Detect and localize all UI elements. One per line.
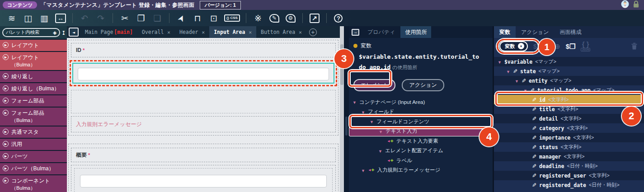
expand-arrow-icon[interactable] [379, 129, 383, 134]
close-tab-icon[interactable] [167, 29, 170, 35]
usage-tree-row[interactable]: フィールド [349, 107, 493, 117]
usage-tree-row[interactable]: フィールドコンテンツ [349, 117, 493, 127]
expand-arrow-icon[interactable] [370, 119, 374, 124]
page-tab[interactable]: Overall [137, 26, 175, 38]
paste-icon[interactable]: ❐ [135, 12, 147, 24]
refresh-burst-icon[interactable]: ※ [252, 12, 264, 24]
selected-element-outline[interactable] [70, 60, 337, 86]
expand-panel-icon[interactable]: → [352, 29, 359, 36]
trash-icon[interactable] [631, 42, 638, 50]
text-input-element-outline[interactable] [72, 63, 334, 84]
variables-panel-tab[interactable]: 画面構成 [554, 26, 587, 38]
layout-window-icon[interactable]: ◫ [22, 12, 34, 24]
state[interactable]: state <マップ> [494, 66, 644, 76]
lasso-select-icon[interactable]: ⊓ [192, 12, 203, 24]
id-text-input[interactable] [78, 68, 329, 80]
expand-arrow-icon[interactable] [361, 109, 365, 115]
usage-filter-button[interactable]: エレメント [353, 79, 395, 91]
variables-panel-tab[interactable]: アクション [516, 26, 554, 38]
collapse-all-icon[interactable]: ▾▴ [62, 31, 65, 35]
summary-text-input[interactable] [80, 175, 327, 187]
variables-panel-tab[interactable]: 変数 [494, 26, 516, 38]
registered_date[interactable]: registered_date <日付・時刻> [494, 180, 644, 190]
palette-item[interactable]: 共通マスタ [0, 126, 67, 138]
element-placeholder-area[interactable] [71, 90, 336, 113]
palette-item[interactable]: フォーム部品（Bulma） [0, 108, 67, 126]
display-preview-icon[interactable]: ⊡ [208, 12, 220, 24]
close-tab-icon[interactable] [299, 29, 302, 35]
expand-arrow-icon[interactable] [515, 78, 519, 84]
resize-width-icon[interactable]: ↔ [55, 12, 66, 24]
palette-item[interactable]: レイアウト（Bulma） [0, 52, 67, 70]
usage-tree-row[interactable]: ラベル [349, 156, 493, 166]
entity[interactable]: entity <マップ> [494, 76, 644, 85]
json-icon[interactable]: { } JSON [581, 41, 590, 52]
$variable[interactable]: $variable <マップ> [494, 57, 644, 66]
pencil-icon [513, 68, 517, 75]
expand-arrow-icon[interactable] [353, 99, 357, 105]
user-avatar[interactable] [621, 0, 629, 10]
open-external-icon[interactable]: ↗ [309, 12, 320, 24]
validation-error-area[interactable]: 入力規則エラーメッセージ [71, 116, 336, 132]
expand-arrow-icon[interactable] [361, 168, 365, 173]
css-icon[interactable]: {} CSS [224, 12, 240, 24]
cut-icon[interactable]: ✂ [119, 12, 131, 24]
usage-panel-tab[interactable]: 使用箇所 [400, 26, 431, 38]
palette-search-input[interactable]: パレット内検索 ◈ [2, 28, 60, 37]
palette-item[interactable]: レイアウト [0, 40, 67, 51]
palette-item[interactable]: コンポーネント（Bulma） [0, 175, 67, 192]
usage-tree-row[interactable]: テキスト入力 [349, 126, 489, 136]
expand-arrow-icon[interactable] [523, 88, 527, 93]
usage-panel-tab[interactable]: プロパティ [363, 26, 400, 38]
registered_user[interactable]: registered_user <文字列> [494, 171, 644, 180]
usage-tree-row[interactable]: コンテナページ (Input Area) [349, 98, 493, 108]
category[interactable]: category <文字列> [494, 123, 644, 133]
eraser-icon[interactable]: ◈ [53, 30, 56, 36]
page-tab[interactable]: Main Page[main] [80, 26, 137, 38]
deadline[interactable]: deadline <日付・時刻> [494, 161, 644, 171]
tutorial_todo_app[interactable]: tutorial_todo_app <マップ> [494, 85, 644, 95]
variable-type-dropdown[interactable]: 変数 [499, 41, 528, 52]
palette-item[interactable]: 汎用 [0, 139, 67, 150]
expand-arrow-icon[interactable] [506, 69, 510, 74]
title[interactable]: title <文字列> [494, 104, 644, 114]
close-tab-icon[interactable] [202, 29, 205, 35]
palette-item[interactable]: 繰り返し [0, 71, 67, 82]
comment-settings-icon[interactable]: ⚙ [285, 12, 296, 24]
page-tab[interactable]: Input Area [209, 26, 256, 38]
usage-tree-row[interactable]: 入力規則エラーメッセージ [349, 165, 493, 175]
summary-field-label[interactable]: 概要* [71, 148, 336, 162]
pencil-icon [532, 97, 536, 103]
lock-icon[interactable] [633, 0, 639, 10]
publish-template-icon[interactable]: ≋ [6, 12, 18, 24]
id-field-label[interactable]: ID* [71, 43, 336, 57]
add-tab-icon[interactable]: + [309, 28, 317, 36]
expand-arrow-icon[interactable] [378, 148, 382, 154]
palette-item[interactable]: パーツ（Bulma） [0, 163, 67, 174]
collapse-panel-icon[interactable]: ◄ [69, 28, 79, 37]
undo-icon[interactable]: ↶ [79, 12, 90, 24]
page-tab[interactable]: Header [175, 26, 209, 38]
usage-tree-row[interactable]: テキスト入力要素 [349, 136, 493, 146]
palette-item[interactable]: パーツ [0, 151, 67, 162]
paste-special-icon[interactable]: ❏ [151, 12, 163, 24]
expand-arrow-icon[interactable] [498, 59, 502, 65]
select-cursor-icon[interactable]: ➤ [175, 12, 187, 24]
status[interactable]: status <文字列> [494, 142, 644, 152]
id[interactable]: id <文字列> [494, 95, 644, 104]
export-document-icon[interactable]: ▥ [38, 12, 50, 24]
copy-variable-icon[interactable]: $❐ [566, 43, 576, 50]
comment-edit-icon[interactable]: ✎ [268, 12, 280, 24]
palette-item[interactable]: フォーム部品 [0, 95, 67, 107]
scrollbar-thumb[interactable] [345, 117, 348, 136]
usage-tree-row[interactable]: エレメント配置アイテム [349, 146, 493, 156]
importance[interactable]: importance <文字列> [494, 133, 644, 142]
manager[interactable]: manager <文字列> [494, 152, 644, 161]
usage-filter-button[interactable]: アクション [402, 79, 444, 91]
redo-icon[interactable]: ↷ [95, 12, 107, 24]
palette-item[interactable]: 繰り返し（Bulma） [0, 83, 67, 94]
page-tab[interactable]: Button Area [256, 26, 306, 38]
help-icon[interactable]: ? [333, 12, 344, 24]
close-tab-icon[interactable] [249, 29, 252, 35]
usage-panel: → プロパティ使用箇所 変数 $variable.state.entity.tu… [349, 26, 494, 192]
